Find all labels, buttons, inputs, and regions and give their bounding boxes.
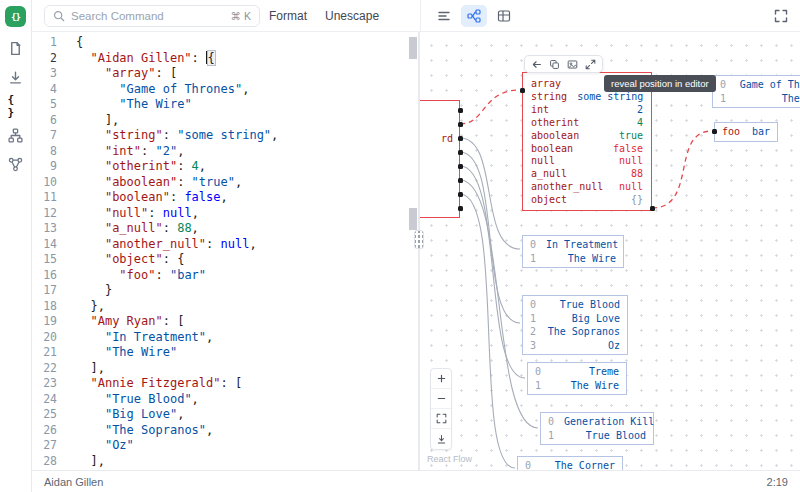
download-image-button[interactable] bbox=[431, 429, 451, 449]
tree-view-icon bbox=[437, 9, 451, 23]
code-token: , bbox=[249, 237, 256, 251]
line-number: 17 bbox=[32, 283, 69, 299]
code-token bbox=[76, 268, 119, 282]
code-token: : [ bbox=[163, 314, 185, 328]
format-button[interactable]: Format bbox=[260, 5, 316, 27]
braces-icon[interactable]: { } bbox=[8, 98, 24, 114]
copy-node-icon[interactable] bbox=[549, 59, 560, 70]
fullscreen-button[interactable] bbox=[774, 9, 788, 23]
fit-view-button[interactable] bbox=[431, 409, 451, 429]
app-window: {} { } bbox=[0, 0, 800, 492]
selected-object-node[interactable]: arraystringsome stringint2otherint4abool… bbox=[522, 72, 652, 211]
search-icon bbox=[53, 10, 65, 22]
editor-scrollbar[interactable] bbox=[408, 32, 418, 470]
node-row: another_nullnull bbox=[531, 181, 643, 194]
line-number: 18 bbox=[32, 299, 69, 315]
status-cursor-position: 2:19 bbox=[767, 476, 788, 488]
download-icon[interactable] bbox=[8, 69, 24, 85]
node-row: booleanfalse bbox=[531, 143, 643, 156]
line-number: 23 bbox=[32, 376, 69, 392]
line-number: 6 bbox=[32, 113, 69, 129]
search-command-box[interactable]: ⌘ K bbox=[44, 5, 260, 27]
minus-icon bbox=[436, 393, 447, 404]
array-node-alice-farmer[interactable]: 0The Corner1Oz bbox=[517, 456, 623, 470]
code-line: "Game of Thrones", bbox=[76, 82, 418, 98]
export-image-icon[interactable] bbox=[567, 59, 578, 70]
code-line: "True Blood", bbox=[76, 392, 418, 408]
app-logo[interactable]: {} bbox=[5, 6, 26, 27]
row-value: 88 bbox=[631, 168, 643, 181]
row-value: false bbox=[613, 143, 643, 156]
code-line: "Big Love", bbox=[76, 407, 418, 423]
tree-view-toggle[interactable] bbox=[431, 5, 457, 27]
row-value: True Blood bbox=[560, 298, 620, 312]
code-token: "Big Love" bbox=[105, 407, 177, 421]
line-number: 11 bbox=[32, 190, 69, 206]
array-node-anwan-glover[interactable]: 0Treme1The Wire bbox=[527, 362, 627, 395]
node-handle bbox=[458, 192, 463, 197]
code-token bbox=[76, 82, 119, 96]
code-token: ], bbox=[76, 454, 105, 468]
root-node[interactable]: rd bbox=[420, 100, 460, 218]
code-token: "foo" bbox=[119, 268, 155, 282]
row-key: another_null bbox=[531, 181, 603, 194]
code-token: , bbox=[206, 330, 213, 344]
array-node-annie-fitzgerald[interactable]: 0True Blood1Big Love2The Sopranos3Oz bbox=[522, 295, 628, 355]
network-icon[interactable] bbox=[8, 156, 24, 172]
search-input[interactable] bbox=[71, 10, 225, 22]
flow-view-toggle[interactable] bbox=[461, 5, 487, 27]
code-token: { bbox=[76, 35, 83, 49]
code-line: "In Treatment", bbox=[76, 330, 418, 346]
code-line: "The Wire" bbox=[76, 345, 418, 361]
code-token bbox=[76, 438, 105, 452]
code-token: 4 bbox=[192, 159, 199, 173]
node-row: 2The Sopranos bbox=[530, 325, 620, 339]
plus-icon bbox=[436, 373, 447, 384]
hierarchy-icon[interactable] bbox=[8, 127, 24, 143]
code-token: "Amy Ryan" bbox=[90, 314, 162, 328]
code-token: , bbox=[206, 423, 213, 437]
code-token: "Annie Fitzgerald" bbox=[90, 376, 220, 390]
table-view-toggle[interactable] bbox=[491, 5, 517, 27]
code-token: "In Treatment" bbox=[105, 330, 206, 344]
file-document-icon[interactable] bbox=[8, 40, 24, 56]
code-token: "True Blood" bbox=[105, 392, 192, 406]
code-token: "bar" bbox=[170, 268, 206, 282]
table-view-icon bbox=[497, 9, 511, 23]
code-line: "otherint": 4, bbox=[76, 159, 418, 175]
code-token: } bbox=[76, 283, 112, 297]
zoom-in-button[interactable] bbox=[431, 369, 451, 389]
object-child-node[interactable]: foo bar bbox=[714, 122, 778, 142]
code-token: false bbox=[184, 190, 220, 204]
reactflow-attribution[interactable]: React Flow bbox=[427, 454, 472, 464]
expand-node-icon[interactable] bbox=[585, 59, 596, 70]
array-node-aidan-array[interactable]: 0Game of Thrones1The Wire bbox=[712, 75, 800, 108]
code-token bbox=[76, 376, 90, 390]
row-index: 1 bbox=[530, 252, 536, 266]
node-handle bbox=[458, 108, 463, 113]
splitter-grip[interactable] bbox=[414, 230, 424, 249]
code-token: : [ bbox=[221, 376, 243, 390]
code-token: ], bbox=[76, 113, 119, 127]
row-key: array bbox=[531, 78, 561, 91]
line-number: 2 bbox=[32, 51, 69, 67]
code-token bbox=[76, 144, 105, 158]
code-token: "Game of Thrones" bbox=[119, 82, 242, 96]
array-node-amy-ryan[interactable]: 0In Treatment1The Wire bbox=[522, 235, 624, 268]
array-node-alexander-skarsgard[interactable]: 0Generation Kill1True Blood bbox=[540, 412, 654, 445]
row-index: 3 bbox=[530, 339, 536, 353]
line-number: 9 bbox=[32, 159, 69, 175]
code-editor[interactable]: 1234567891011121314151617181920212223242… bbox=[32, 32, 418, 470]
panel-splitter[interactable] bbox=[418, 32, 420, 470]
unescape-button[interactable]: Unescape bbox=[316, 5, 388, 27]
graph-edge bbox=[460, 90, 520, 124]
code-token: "object" bbox=[105, 252, 163, 266]
code-token: : bbox=[141, 144, 155, 158]
reveal-position-icon[interactable] bbox=[531, 59, 542, 70]
zoom-out-button[interactable] bbox=[431, 389, 451, 409]
graph-canvas[interactable]: rd arraystringsome stringint2otherint4ab… bbox=[420, 32, 800, 470]
row-key: foo bbox=[722, 125, 740, 139]
code-token: , bbox=[199, 159, 206, 173]
scrollbar-thumb[interactable] bbox=[409, 37, 417, 59]
editor-code[interactable]: { "Aidan Gillen": { "array": [ "Game of … bbox=[69, 32, 418, 470]
